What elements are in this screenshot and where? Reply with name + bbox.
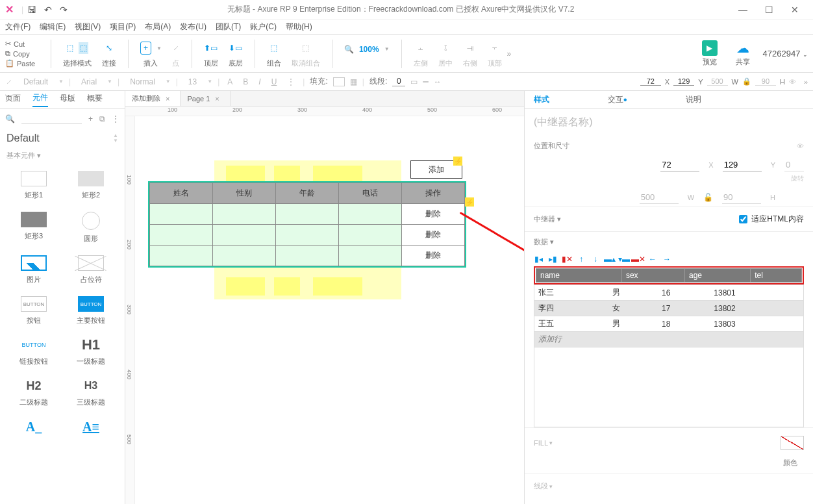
menu-account[interactable]: 账户(C) bbox=[250, 21, 277, 32]
move-up-icon[interactable]: ↑ bbox=[577, 255, 586, 264]
underline-icon[interactable]: U bbox=[269, 77, 280, 86]
bottom-layer-group[interactable]: ⬇▭ 底层 bbox=[229, 39, 243, 68]
close-icon[interactable]: × bbox=[215, 95, 219, 103]
move-left-icon[interactable]: ← bbox=[648, 255, 657, 264]
arrow-icon[interactable]: ↔ bbox=[434, 77, 442, 86]
move-down-icon[interactable]: ↓ bbox=[591, 255, 600, 264]
lock-icon[interactable]: 🔓 bbox=[703, 193, 713, 202]
delete-cell[interactable]: 删除 bbox=[402, 225, 465, 246]
menu-icon[interactable]: ⋮ bbox=[112, 114, 119, 123]
paint-icon[interactable]: ⟋ bbox=[5, 77, 13, 86]
h-input[interactable]: 90 bbox=[755, 77, 776, 86]
preview-group[interactable]: ▶ 预览 bbox=[702, 40, 718, 67]
style-select[interactable]: Default bbox=[18, 76, 53, 88]
widget-rect1[interactable]: 矩形1 bbox=[8, 171, 60, 200]
delete-row-icon[interactable]: ▬✕ bbox=[634, 255, 643, 264]
canvas[interactable]: 添加 ⚡ 姓名 性别 年龄 电话 操作 删除 删除 删除 bbox=[135, 116, 524, 504]
select-mode-group[interactable]: ⬚⬚ 选择模式 bbox=[63, 39, 92, 68]
fill-image-icon[interactable]: ▦ bbox=[350, 77, 357, 86]
tab-masters[interactable]: 母版 bbox=[60, 93, 75, 107]
data-col-header[interactable]: sex bbox=[621, 269, 684, 283]
line-style-icon[interactable]: ═ bbox=[423, 77, 429, 86]
maximize-button[interactable]: ☐ bbox=[756, 5, 782, 15]
tab-widgets[interactable]: 元件 bbox=[32, 92, 48, 107]
collapse-icon[interactable]: ▾ bbox=[37, 151, 41, 159]
menu-view[interactable]: 视图(V) bbox=[75, 21, 101, 32]
tab-interact[interactable]: 交互• bbox=[608, 94, 627, 106]
paste-button[interactable]: 📋Paste bbox=[5, 59, 44, 68]
data-row[interactable]: 李四女1713802 bbox=[534, 301, 803, 316]
interaction-bolt-icon[interactable]: ⚡ bbox=[453, 157, 462, 166]
menu-help[interactable]: 帮助(H) bbox=[286, 21, 312, 32]
insert-group[interactable]: +▼ 插入 bbox=[140, 39, 162, 68]
delete-col-icon[interactable]: ▮✕ bbox=[562, 255, 571, 264]
widget-rect2[interactable]: 矩形2 bbox=[65, 171, 117, 200]
search-icon[interactable]: 🔍 bbox=[5, 114, 15, 123]
menu-team[interactable]: 团队(T) bbox=[216, 21, 241, 32]
close-icon[interactable]: × bbox=[166, 95, 169, 103]
data-col-header[interactable]: tel bbox=[751, 269, 802, 283]
fill-swatch[interactable] bbox=[333, 77, 345, 86]
widget-h2[interactable]: H2二级标题 bbox=[8, 378, 60, 407]
size-select[interactable]: 13 bbox=[183, 76, 202, 88]
h-input[interactable] bbox=[722, 191, 761, 204]
rotate-input[interactable] bbox=[784, 158, 804, 171]
account-label[interactable]: 47262947 ⌄ bbox=[763, 49, 808, 58]
bold-icon[interactable]: B bbox=[240, 77, 251, 86]
more-icon[interactable]: » bbox=[507, 49, 512, 58]
data-col-header[interactable]: age bbox=[685, 269, 751, 283]
lock-icon[interactable]: 🔒 bbox=[742, 77, 751, 86]
copy-button[interactable]: ⧉Copy bbox=[5, 49, 44, 58]
widget-placeholder[interactable]: 占位符 bbox=[65, 255, 117, 284]
library-select[interactable]: Default▲▼ bbox=[0, 129, 125, 148]
add-row-above-icon[interactable]: ▬▴ bbox=[605, 255, 614, 264]
x-input[interactable]: 72 bbox=[640, 77, 661, 86]
w-input[interactable]: 500 bbox=[707, 77, 728, 86]
share-group[interactable]: ☁ 共享 bbox=[736, 40, 750, 67]
minimize-button[interactable]: — bbox=[730, 5, 756, 15]
add-col-right-icon[interactable]: ▸▮ bbox=[548, 255, 557, 264]
top-layer-group[interactable]: ⬆▭ 顶层 bbox=[204, 39, 218, 68]
widget-text-link[interactable]: A≡ bbox=[65, 419, 117, 446]
repeater-data-body[interactable]: 张三男1613801 李四女1713802 王五男1813803 添加行 bbox=[534, 284, 803, 347]
canvas-tab-1[interactable]: 添加删除× bbox=[125, 91, 181, 106]
add-row-below-icon[interactable]: ▾▬ bbox=[619, 255, 629, 264]
canvas-tab-2[interactable]: Page 1× bbox=[181, 91, 230, 106]
add-library-icon[interactable]: + bbox=[88, 114, 93, 123]
adapt-html-checkbox[interactable]: 适应HTML内容 bbox=[739, 214, 804, 225]
move-right-icon[interactable]: → bbox=[662, 255, 671, 264]
widget-link-button[interactable]: BUTTON链接按钮 bbox=[8, 337, 60, 366]
delete-cell[interactable]: 删除 bbox=[402, 246, 465, 266]
cut-button[interactable]: ✂Cut bbox=[5, 40, 44, 48]
line-color-icon[interactable]: ▭ bbox=[410, 77, 418, 86]
y-input[interactable]: 129 bbox=[673, 77, 694, 86]
weight-select[interactable]: Normal bbox=[125, 76, 160, 88]
search-input[interactable] bbox=[21, 114, 82, 124]
widget-text[interactable]: A_ bbox=[8, 419, 60, 446]
tab-note[interactable]: 说明 bbox=[686, 94, 701, 105]
italic-icon[interactable]: I bbox=[256, 77, 263, 86]
menu-project[interactable]: 项目(P) bbox=[110, 21, 136, 32]
repeater-widget[interactable]: 姓名 性别 年龄 电话 操作 删除 删除 删除 bbox=[148, 181, 466, 268]
w-input[interactable] bbox=[640, 191, 679, 204]
widget-rect3[interactable]: 矩形3 bbox=[8, 212, 60, 244]
zoom-group[interactable]: 🔍100%▼ bbox=[344, 40, 390, 68]
eye-icon[interactable]: 👁 bbox=[797, 142, 804, 150]
add-row-button[interactable]: 添加行 bbox=[534, 332, 803, 347]
widget-primary-button[interactable]: BUTTON主要按钮 bbox=[65, 296, 117, 325]
text-color-icon[interactable]: A bbox=[225, 77, 235, 86]
interaction-bolt-icon[interactable]: ⚡ bbox=[465, 197, 474, 207]
widget-circle[interactable]: 圆形 bbox=[65, 212, 117, 244]
tab-style[interactable]: 样式 bbox=[534, 94, 549, 105]
menu-edit[interactable]: 编辑(E) bbox=[40, 21, 66, 32]
menu-arrange[interactable]: 布局(A) bbox=[145, 21, 171, 32]
save-icon[interactable]: 🖫 bbox=[27, 5, 36, 15]
line-width-input[interactable]: 0 bbox=[392, 77, 405, 86]
add-col-left-icon[interactable]: ▮◂ bbox=[534, 255, 543, 264]
widget-name-input[interactable]: (中继器名称) bbox=[525, 109, 813, 136]
visibility-icon[interactable]: 👁 bbox=[789, 78, 796, 86]
data-row[interactable]: 王五男1813803 bbox=[534, 316, 803, 332]
more-text-icon[interactable]: ⋮ bbox=[284, 77, 297, 86]
undo-icon[interactable]: ↶ bbox=[44, 5, 52, 15]
group-group[interactable]: ⬚ 组合 bbox=[267, 39, 281, 68]
